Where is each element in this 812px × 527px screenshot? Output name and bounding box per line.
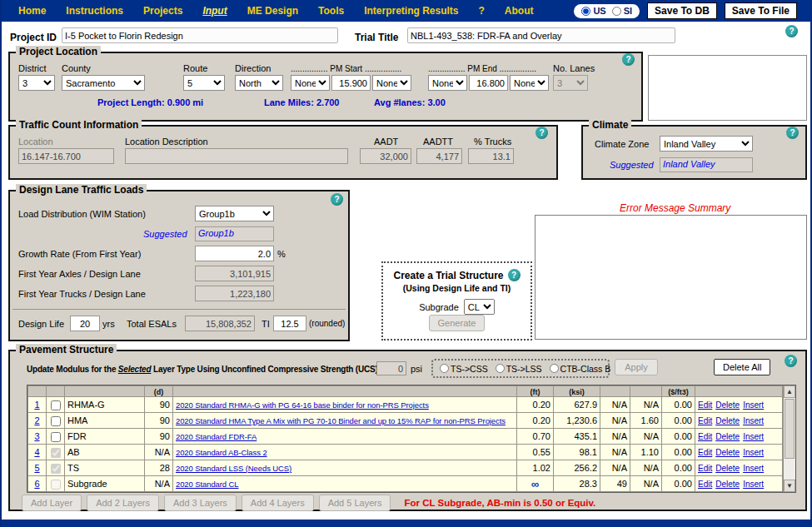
page-help-icon[interactable]: ? xyxy=(785,25,798,37)
nav-item-about[interactable]: About xyxy=(505,5,534,17)
climate-section: Climate ? Climate Zone Inland Valley Sug… xyxy=(581,125,807,180)
nav-item-instructions[interactable]: Instructions xyxy=(66,5,123,17)
scrollbar-thumb[interactable] xyxy=(785,399,795,459)
nav-item-me-design[interactable]: ME Design xyxy=(247,5,298,17)
project-id-label: Project ID xyxy=(10,32,57,43)
scroll-down-icon[interactable]: ▼ xyxy=(784,480,795,492)
layer-checkbox[interactable] xyxy=(51,416,61,426)
project-location-help-icon[interactable]: ? xyxy=(622,53,635,66)
row-edit-link[interactable]: Edit xyxy=(698,400,712,410)
ucs-radio-2[interactable] xyxy=(496,364,505,373)
bottom-bar xyxy=(2,520,810,527)
nav-item-tools[interactable]: Tools xyxy=(318,5,344,17)
climate-zone-select[interactable]: Inland Valley xyxy=(660,136,753,152)
project-id-input[interactable] xyxy=(62,27,338,43)
row-delete-link[interactable]: Delete xyxy=(715,400,740,410)
scroll-up-icon[interactable]: ▲ xyxy=(784,385,795,398)
row-delete-link[interactable]: Delete xyxy=(715,432,740,441)
row-delete-link[interactable]: Delete xyxy=(715,416,740,425)
ucs-option-2[interactable]: TS->LSS xyxy=(496,364,542,374)
material-link[interactable]: 2020 Standard RHMA-G with PG 64-16 base … xyxy=(176,400,429,410)
layer-type: Subgrade xyxy=(67,479,107,489)
district-select[interactable]: 3 xyxy=(18,75,55,91)
ucs-conversion-options: TS->CSSTS->LSSCTB-Class B xyxy=(431,359,610,378)
row-insert-link[interactable]: Insert xyxy=(743,480,764,489)
row-number-link[interactable]: 6 xyxy=(34,479,39,489)
layer-checkbox[interactable] xyxy=(51,432,61,442)
pm-end-prefix-select[interactable]: None xyxy=(428,75,467,91)
row-number-link[interactable]: 4 xyxy=(34,447,39,457)
create-trial-structure-box: Create a Trial Structure ? (Using Design… xyxy=(381,261,532,341)
design-life-input[interactable] xyxy=(70,316,100,331)
material-link[interactable]: 2020 Standard AB-Class 2 xyxy=(176,448,267,457)
route-label: Route xyxy=(183,63,207,73)
delete-all-button[interactable]: Delete All xyxy=(714,359,770,375)
row-delete-link[interactable]: Delete xyxy=(715,448,740,457)
row-edit-link[interactable]: Edit xyxy=(698,448,712,457)
material-link[interactable]: 2020 Standard CL xyxy=(176,480,239,489)
trial-title-input[interactable] xyxy=(407,27,675,43)
material-link[interactable]: 2020 Standard FDR-FA xyxy=(176,432,257,441)
design-life-unit: yrs xyxy=(102,319,115,329)
design-loads-help-icon[interactable]: ? xyxy=(331,193,343,206)
si-radio[interactable] xyxy=(612,7,621,16)
row-insert-link[interactable]: Insert xyxy=(743,448,764,457)
design-loads-section: Design Lane Traffic Loads ? Load Distrib… xyxy=(8,190,350,341)
row-insert-link[interactable]: Insert xyxy=(743,432,764,441)
ucs-option-1[interactable]: TS->CSS xyxy=(440,364,488,374)
save-to-file-button[interactable]: Save To File xyxy=(725,2,797,19)
row-edit-link[interactable]: Edit xyxy=(698,480,712,489)
save-to-db-button[interactable]: Save To DB xyxy=(647,2,717,19)
county-select[interactable]: Sacramento xyxy=(62,75,145,91)
pm-end-suffix-select[interactable]: None xyxy=(510,75,549,91)
row-delete-link[interactable]: Delete xyxy=(715,464,740,473)
traffic-count-help-icon[interactable]: ? xyxy=(536,127,548,139)
pm-start-input[interactable] xyxy=(331,75,371,91)
layer-checkbox xyxy=(51,448,61,458)
table-scrollbar[interactable]: ▲ ▼ xyxy=(783,385,795,492)
trial-structure-help-icon[interactable]: ? xyxy=(508,269,521,281)
growth-rate-input[interactable] xyxy=(195,246,274,261)
layer-modulus: 98.1 xyxy=(580,447,597,457)
material-link[interactable]: 2020 Standard LSS (Needs UCS) xyxy=(176,464,291,473)
row-number-link[interactable]: 5 xyxy=(34,463,39,473)
ti-input[interactable] xyxy=(273,316,306,331)
row-number-link[interactable]: 1 xyxy=(34,400,39,410)
direction-select[interactable]: North xyxy=(235,75,283,91)
row-edit-link[interactable]: Edit xyxy=(698,416,712,425)
subgrade-select[interactable]: CL xyxy=(464,299,495,315)
nav-item-interpreting-results[interactable]: Interpreting Results xyxy=(364,5,458,17)
row-number-link[interactable]: 3 xyxy=(34,431,39,441)
unit-si-option[interactable]: SI xyxy=(612,6,632,16)
row-edit-link[interactable]: Edit xyxy=(698,464,712,473)
pm-start-suffix-select[interactable]: None xyxy=(372,75,411,91)
nav-item-[interactable]: ? xyxy=(479,5,485,17)
design-loads-legend: Design Lane Traffic Loads xyxy=(16,184,147,196)
unit-us-option[interactable]: US xyxy=(581,6,605,16)
scrollbar-track[interactable] xyxy=(784,398,795,480)
ucs-radio-3[interactable] xyxy=(550,364,559,373)
pm-end-input[interactable] xyxy=(469,75,508,91)
nav-item-input[interactable]: Input xyxy=(202,5,227,17)
layer-checkbox[interactable] xyxy=(51,400,61,410)
row-edit-link[interactable]: Edit xyxy=(698,432,712,441)
row-number-link[interactable]: 2 xyxy=(34,415,39,425)
nav-item-projects[interactable]: Projects xyxy=(143,5,182,17)
wim-select[interactable]: Group1b xyxy=(195,206,274,221)
layer-modulus: 627.9 xyxy=(574,400,597,410)
row-insert-link[interactable]: Insert xyxy=(743,416,764,425)
row-delete-link[interactable]: Delete xyxy=(715,480,740,489)
us-radio[interactable] xyxy=(581,7,590,16)
pavement-help-icon[interactable]: ? xyxy=(785,355,797,367)
ucs-radio-1[interactable] xyxy=(440,364,449,373)
material-link[interactable]: 2020 Standard HMA Type A Mix with PG 70-… xyxy=(176,416,506,425)
route-select[interactable]: 5 xyxy=(183,75,225,91)
climate-help-icon[interactable]: ? xyxy=(786,127,799,139)
ucs-option-label: TS->LSS xyxy=(506,364,542,374)
no-lanes-label: No. Lanes xyxy=(553,63,595,73)
nav-item-home[interactable]: Home xyxy=(18,5,46,17)
row-insert-link[interactable]: Insert xyxy=(743,464,764,473)
ucs-option-3[interactable]: CTB-Class B xyxy=(550,364,611,374)
pm-start-prefix-select[interactable]: None xyxy=(291,75,330,91)
row-insert-link[interactable]: Insert xyxy=(743,400,764,410)
